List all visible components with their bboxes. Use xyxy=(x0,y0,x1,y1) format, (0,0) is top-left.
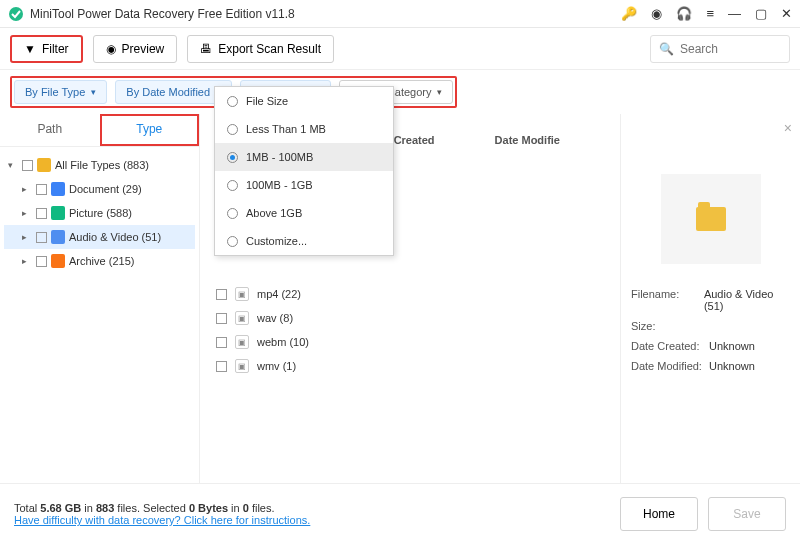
expand-icon: ▸ xyxy=(22,184,32,194)
tree-audio-video[interactable]: ▸Audio & Video (51) xyxy=(4,225,195,249)
svg-point-0 xyxy=(9,7,23,21)
size-opt-customize[interactable]: Customize... xyxy=(215,227,393,255)
sidebar: Path Type ▾All File Types (883) ▸Documen… xyxy=(0,114,200,483)
preview-label: Preview xyxy=(122,42,165,56)
search-input[interactable] xyxy=(680,42,781,56)
archive-icon xyxy=(51,254,65,268)
list-item[interactable]: ▣mp4 (22) xyxy=(212,282,608,306)
checkbox[interactable] xyxy=(36,184,47,195)
filter-by-type[interactable]: By File Type▾ xyxy=(14,80,107,104)
filter-bar: By File Type▾ By Date Modified▾ By File … xyxy=(0,70,800,114)
search-box[interactable]: 🔍 xyxy=(650,35,790,63)
tree-archive[interactable]: ▸Archive (215) xyxy=(4,249,195,273)
export-icon: 🖶 xyxy=(200,42,212,56)
toolbar: ▼ Filter ◉ Preview 🖶 Export Scan Result … xyxy=(0,28,800,70)
details-pane: × Filename:Audio & Video (51) Size: Date… xyxy=(620,114,800,483)
preview-thumbnail xyxy=(661,174,761,264)
col-date-modified[interactable]: Date Modifie xyxy=(495,134,560,146)
checkbox[interactable] xyxy=(22,160,33,171)
size-opt-100mbto1gb[interactable]: 100MB - 1GB xyxy=(215,171,393,199)
expand-icon: ▸ xyxy=(22,208,32,218)
tab-type[interactable]: Type xyxy=(100,114,200,146)
checkbox[interactable] xyxy=(216,289,227,300)
help-link[interactable]: Have difficulty with data recovery? Clic… xyxy=(14,514,310,526)
checkbox[interactable] xyxy=(216,361,227,372)
meta-label: Date Modified: xyxy=(631,360,709,372)
file-type-icon: ▣ xyxy=(235,287,249,301)
search-icon: 🔍 xyxy=(659,42,674,56)
chevron-down-icon: ▾ xyxy=(91,87,96,97)
tab-path[interactable]: Path xyxy=(0,114,100,146)
collapse-icon: ▾ xyxy=(8,160,18,170)
headphones-icon[interactable]: 🎧 xyxy=(676,6,692,21)
close-details-icon[interactable]: × xyxy=(784,120,792,136)
meta-label: Filename: xyxy=(631,288,704,312)
file-list: ▣mp4 (22) ▣wav (8) ▣webm (10) ▣wmv (1) xyxy=(200,274,620,386)
main-area: Path Type ▾All File Types (883) ▸Documen… xyxy=(0,114,800,484)
export-button[interactable]: 🖶 Export Scan Result xyxy=(187,35,334,63)
document-icon xyxy=(51,182,65,196)
size-dropdown: File Size Less Than 1 MB 1MB - 100MB 100… xyxy=(214,86,394,256)
file-type-icon: ▣ xyxy=(235,359,249,373)
checkbox[interactable] xyxy=(36,232,47,243)
picture-icon xyxy=(51,206,65,220)
filter-button[interactable]: ▼ Filter xyxy=(10,35,83,63)
radio-icon xyxy=(227,124,238,135)
close-icon[interactable]: ✕ xyxy=(781,6,792,21)
list-item[interactable]: ▣webm (10) xyxy=(212,330,608,354)
meta-value: Audio & Video (51) xyxy=(704,288,790,312)
file-type-icon: ▣ xyxy=(235,335,249,349)
radio-icon xyxy=(227,96,238,107)
size-opt-above1gb[interactable]: Above 1GB xyxy=(215,199,393,227)
file-type-icon: ▣ xyxy=(235,311,249,325)
meta-label: Size: xyxy=(631,320,709,332)
list-item[interactable]: ▣wav (8) xyxy=(212,306,608,330)
expand-icon: ▸ xyxy=(22,232,32,242)
details-meta: Filename:Audio & Video (51) Size: Date C… xyxy=(631,284,790,376)
eye-icon: ◉ xyxy=(106,42,116,56)
folder-icon xyxy=(37,158,51,172)
chevron-down-icon: ▾ xyxy=(437,87,442,97)
size-opt-lt1mb[interactable]: Less Than 1 MB xyxy=(215,115,393,143)
save-button[interactable]: Save xyxy=(708,497,786,531)
meta-value: Unknown xyxy=(709,360,755,372)
home-button[interactable]: Home xyxy=(620,497,698,531)
folder-icon xyxy=(696,207,726,231)
expand-icon: ▸ xyxy=(22,256,32,266)
export-label: Export Scan Result xyxy=(218,42,321,56)
maximize-icon[interactable]: ▢ xyxy=(755,6,767,21)
status-bar: Total 5.68 GB in 883 files. Selected 0 B… xyxy=(0,484,800,533)
size-opt-1to100mb[interactable]: 1MB - 100MB xyxy=(215,143,393,171)
disc-icon[interactable]: ◉ xyxy=(651,6,662,21)
meta-label: Date Created: xyxy=(631,340,709,352)
file-tree: ▾All File Types (883) ▸Document (29) ▸Pi… xyxy=(0,147,199,279)
window-title: MiniTool Power Data Recovery Free Editio… xyxy=(30,7,621,21)
radio-icon xyxy=(227,152,238,163)
list-item[interactable]: ▣wmv (1) xyxy=(212,354,608,378)
titlebar: MiniTool Power Data Recovery Free Editio… xyxy=(0,0,800,28)
tree-document[interactable]: ▸Document (29) xyxy=(4,177,195,201)
tree-picture[interactable]: ▸Picture (588) xyxy=(4,201,195,225)
size-opt-all[interactable]: File Size xyxy=(215,87,393,115)
filter-icon: ▼ xyxy=(24,42,36,56)
checkbox[interactable] xyxy=(36,256,47,267)
audio-video-icon xyxy=(51,230,65,244)
checkbox[interactable] xyxy=(216,337,227,348)
meta-value: Unknown xyxy=(709,340,755,352)
radio-icon xyxy=(227,208,238,219)
minimize-icon[interactable]: — xyxy=(728,6,741,21)
checkbox[interactable] xyxy=(36,208,47,219)
menu-icon[interactable]: ≡ xyxy=(706,6,714,21)
tree-root[interactable]: ▾All File Types (883) xyxy=(4,153,195,177)
radio-icon xyxy=(227,236,238,247)
checkbox[interactable] xyxy=(216,313,227,324)
app-logo-icon xyxy=(8,6,24,22)
sidebar-tabs: Path Type xyxy=(0,114,199,147)
preview-button[interactable]: ◉ Preview xyxy=(93,35,178,63)
status-text: Total 5.68 GB in 883 files. Selected 0 B… xyxy=(14,502,620,526)
radio-icon xyxy=(227,180,238,191)
key-icon[interactable]: 🔑 xyxy=(621,6,637,21)
filter-label: Filter xyxy=(42,42,69,56)
